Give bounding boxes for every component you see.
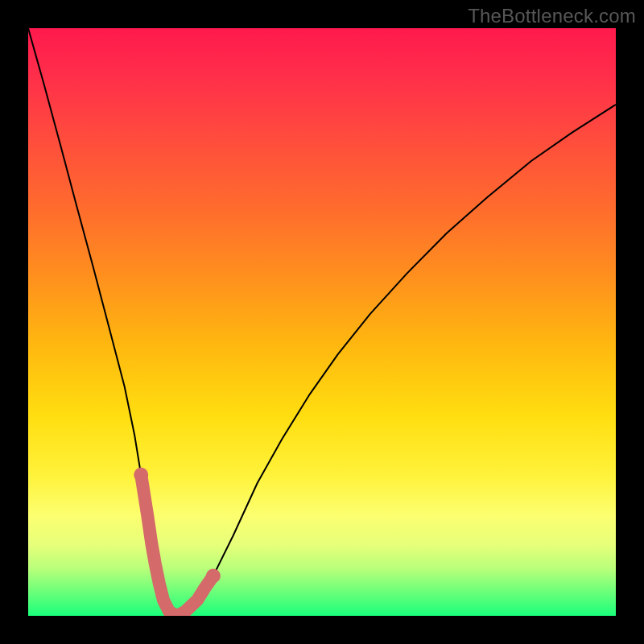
- valley-marker-path: [141, 475, 213, 616]
- watermark-text: TheBottleneck.com: [468, 5, 636, 27]
- chart-frame: TheBottleneck.com: [0, 0, 644, 644]
- plot-area: [28, 28, 616, 616]
- valley-marker-endpoint: [206, 568, 221, 583]
- valley-marker-endpoint: [134, 468, 148, 482]
- curve-layer: [28, 28, 616, 616]
- bottleneck-curve: [28, 28, 616, 616]
